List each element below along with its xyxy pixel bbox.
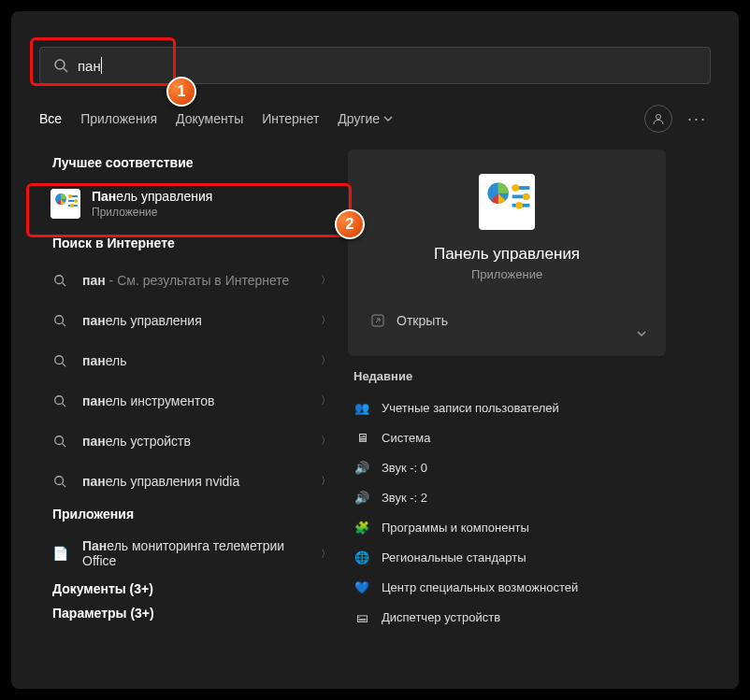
document-icon: 📄	[50, 544, 69, 563]
search-bar[interactable]: пан	[39, 47, 711, 84]
svg-line-20	[63, 443, 66, 447]
svg-point-11	[55, 275, 64, 283]
search-input[interactable]	[102, 58, 697, 74]
search-icon	[50, 432, 69, 450]
recent-title: Недавние	[353, 369, 660, 383]
section-params-more[interactable]: Параметры (3+)	[52, 606, 348, 621]
svg-point-21	[55, 476, 64, 484]
search-icon	[50, 392, 69, 410]
chevron-right-icon[interactable]: 〉	[315, 307, 337, 333]
svg-line-14	[63, 322, 66, 326]
recent-item-label: Звук -: 2	[382, 491, 427, 505]
svg-point-30	[515, 202, 523, 209]
svg-point-0	[55, 60, 65, 69]
chevron-down-icon	[383, 114, 393, 123]
chevron-right-icon[interactable]: 〉	[315, 267, 337, 293]
chevron-right-icon[interactable]: 〉	[315, 428, 337, 453]
tab-internet[interactable]: Интернет	[262, 107, 319, 130]
web-result-0[interactable]: пан - См. результаты в Интернете〉	[39, 260, 348, 300]
svg-point-19	[55, 436, 64, 444]
control-panel-icon	[479, 174, 535, 230]
svg-rect-23	[479, 174, 535, 230]
recent-item-icon: 🖥	[353, 429, 370, 446]
section-best-match: Лучшее соответствие	[52, 155, 348, 170]
chevron-right-icon[interactable]: 〉	[315, 468, 337, 493]
recent-item-label: Система	[382, 431, 430, 445]
search-icon	[50, 311, 69, 330]
best-match-item[interactable]: Панель управления Приложение	[39, 179, 348, 228]
open-label: Открыть	[397, 313, 448, 328]
svg-line-16	[63, 363, 66, 366]
open-button[interactable]: Открыть	[365, 306, 649, 336]
preview-title: Панель управления	[365, 245, 649, 264]
recent-item-label: Учетные записи пользователей	[382, 401, 559, 415]
svg-point-9	[74, 199, 78, 203]
svg-point-2	[656, 115, 660, 120]
filter-tabs: Все Приложения Документы Интернет Другие…	[39, 105, 711, 133]
recent-item-icon: 🧩	[353, 519, 370, 536]
tab-more-label: Другие	[338, 111, 380, 126]
web-result-3[interactable]: панель инструментов〉	[39, 380, 348, 421]
recent-item-0[interactable]: 👥Учетные записи пользователей	[348, 393, 666, 422]
svg-rect-3	[50, 189, 80, 219]
recent-item-3[interactable]: 🔊Звук -: 2	[348, 482, 666, 512]
best-match-subtitle: Приложение	[92, 206, 212, 219]
search-icon	[50, 351, 69, 370]
recent-item-icon: 🌐	[353, 549, 370, 565]
recent-item-icon: 👥	[353, 399, 370, 416]
recent-item-label: Центр специальных возможностей	[382, 580, 578, 594]
expand-button[interactable]	[628, 321, 655, 347]
recent-item-1[interactable]: 🖥Система	[348, 422, 666, 452]
svg-point-28	[512, 184, 520, 192]
svg-line-18	[63, 403, 66, 407]
chevron-down-icon	[636, 328, 647, 339]
recent-item-6[interactable]: 💙Центр специальных возможностей	[348, 572, 666, 602]
web-result-4[interactable]: панель устройств〉	[39, 421, 348, 461]
result-text: пан - См. результаты в Интернете	[82, 273, 308, 288]
recent-item-icon: 💙	[353, 579, 370, 595]
app-result-0[interactable]: 📄Панель мониторинга телеметрии Office〉	[39, 531, 348, 576]
chevron-right-icon[interactable]: 〉	[315, 348, 337, 373]
recent-item-7[interactable]: 🖴Диспетчер устройств	[348, 602, 666, 632]
section-docs-more[interactable]: Документы (3+)	[52, 581, 348, 596]
result-text: панель управления	[82, 313, 308, 328]
web-result-5[interactable]: панель управления nvidia〉	[39, 461, 348, 501]
recent-item-label: Региональные стандарты	[382, 550, 526, 564]
annotation-marker-2: 2	[335, 209, 365, 239]
results-column: Лучшее соответствие Панель управления Пр…	[11, 150, 348, 632]
svg-point-10	[70, 204, 74, 207]
section-web-search: Поиск в Интернете	[52, 236, 348, 250]
recent-item-2[interactable]: 🔊Звук -: 0	[348, 452, 666, 482]
svg-point-8	[68, 194, 72, 198]
result-text: панель устройств	[82, 434, 308, 449]
recent-item-4[interactable]: 🧩Программы и компоненты	[348, 512, 666, 542]
user-avatar-button[interactable]	[644, 105, 672, 133]
chevron-right-icon[interactable]: 〉	[315, 541, 337, 566]
tab-apps[interactable]: Приложения	[80, 107, 157, 130]
tab-all[interactable]: Все	[39, 107, 62, 130]
control-panel-icon	[50, 189, 80, 219]
tab-documents[interactable]: Документы	[176, 107, 243, 130]
result-text: Панель мониторинга телеметрии Office	[82, 538, 308, 568]
svg-line-12	[63, 282, 66, 286]
more-options-button[interactable]: ···	[684, 109, 711, 129]
recent-item-5[interactable]: 🌐Региональные стандарты	[348, 542, 666, 572]
search-icon	[50, 271, 69, 290]
open-icon	[370, 313, 385, 328]
user-icon	[652, 112, 665, 125]
recent-item-label: Диспетчер устройств	[382, 610, 500, 624]
preview-subtitle: Приложение	[365, 267, 649, 281]
search-value: пан	[78, 58, 101, 74]
search-window: пан Все Приложения Документы Интернет Др…	[11, 11, 739, 689]
tab-more[interactable]: Другие	[338, 107, 393, 130]
recent-section: Недавние 👥Учетные записи пользователей🖥С…	[348, 369, 666, 632]
web-result-1[interactable]: панель управления〉	[39, 300, 348, 340]
chevron-right-icon[interactable]: 〉	[315, 388, 337, 413]
search-icon	[50, 472, 69, 491]
web-result-2[interactable]: панель〉	[39, 340, 348, 380]
svg-line-22	[63, 483, 66, 487]
svg-point-17	[55, 395, 64, 404]
result-text: панель управления nvidia	[82, 474, 308, 489]
recent-item-icon: 🖴	[353, 608, 370, 625]
svg-point-13	[55, 315, 64, 323]
